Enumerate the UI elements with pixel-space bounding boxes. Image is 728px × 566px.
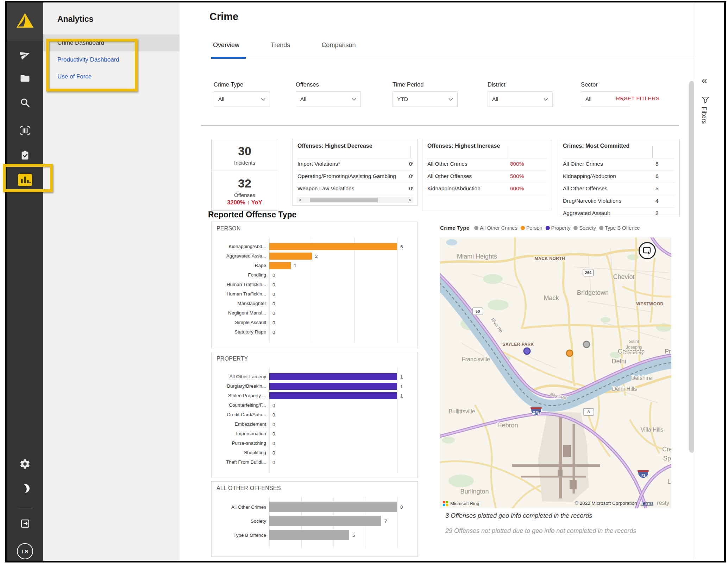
bar[interactable] bbox=[269, 262, 291, 269]
app-logo[interactable] bbox=[7, 2, 43, 41]
category-label: Aggravated Assa... bbox=[216, 253, 269, 259]
tasks-clipboard-icon[interactable] bbox=[7, 150, 43, 161]
legend-dot-icon bbox=[521, 226, 525, 230]
legend-item-person[interactable]: Person bbox=[521, 225, 542, 231]
map-label: Delhi Hills bbox=[612, 386, 637, 392]
search-icon[interactable] bbox=[7, 97, 43, 108]
chevron-down-icon bbox=[261, 98, 265, 101]
scroll-track[interactable] bbox=[304, 198, 406, 202]
bar[interactable] bbox=[269, 392, 397, 399]
chart-row: All Other Crimes8 bbox=[216, 500, 413, 514]
scroll-left-icon[interactable]: < bbox=[297, 198, 304, 203]
dark-mode-moon-icon[interactable] bbox=[7, 483, 43, 494]
bar-value-label: 0 bbox=[272, 431, 275, 436]
card-title: Offenses: Highest Decrease bbox=[293, 139, 418, 149]
sidebar: LS bbox=[7, 2, 43, 561]
settings-gear-icon[interactable] bbox=[7, 458, 43, 470]
row-label: Import Violations* bbox=[297, 160, 409, 168]
row-value: 8 bbox=[655, 160, 674, 168]
table-row: All Other Offenses5 bbox=[563, 183, 674, 195]
horizontal-scrollbar[interactable]: <> bbox=[297, 197, 413, 203]
card-offenses-highest-increase: Offenses: Highest IncreaseAll Other Crim… bbox=[422, 139, 552, 211]
terms-link[interactable]: Terms bbox=[641, 501, 654, 506]
scroll-right-icon[interactable]: > bbox=[406, 198, 413, 203]
chart-row: All Other Larceny1 bbox=[216, 372, 413, 381]
category-label: Negligent Mansl... bbox=[216, 310, 269, 316]
filter-dropdown[interactable]: All bbox=[488, 91, 553, 107]
crime-map[interactable]: Miami HeightsMACK NORTHCheviotBridgetown… bbox=[440, 237, 671, 508]
user-avatar[interactable]: LS bbox=[17, 543, 33, 559]
legend-dot-icon bbox=[474, 226, 478, 230]
tab-overview[interactable]: Overview bbox=[213, 42, 239, 49]
map-interaction-toggle-button[interactable] bbox=[639, 242, 656, 259]
map-canvas: Miami HeightsMACK NORTHCheviotBridgetown… bbox=[440, 237, 671, 508]
kpi-incidents: 30 Incidents bbox=[211, 139, 278, 171]
bar-plot-area: 0 bbox=[269, 327, 397, 337]
filters-rail[interactable]: « Filters bbox=[695, 2, 724, 561]
bar-value-label: 0 bbox=[272, 459, 275, 465]
bing-brand-text: Microsoft Bing bbox=[450, 501, 479, 506]
map-label: Pri bbox=[665, 348, 671, 355]
bar-value-label: 2 bbox=[315, 253, 318, 259]
vertical-scrollbar[interactable] bbox=[689, 81, 694, 453]
tab-comparison[interactable]: Comparison bbox=[321, 42, 356, 49]
section-title: Reported Offense Type bbox=[208, 210, 296, 220]
crime-point-property[interactable] bbox=[524, 348, 530, 354]
chart-row: Shoplifting0 bbox=[216, 448, 413, 457]
legend-item-type-b-offence[interactable]: Type B Offence bbox=[599, 225, 640, 231]
row-label: Operating/Promoting/Assisting Gambling bbox=[297, 173, 409, 180]
table-header-space bbox=[297, 149, 413, 158]
sign-out-icon[interactable] bbox=[7, 518, 43, 529]
column-divider bbox=[507, 146, 507, 158]
crime-point-other[interactable] bbox=[583, 341, 590, 348]
legend-item-all-other-crimes[interactable]: All Other Crimes bbox=[474, 225, 517, 231]
chart-property: PROPERTYAll Other Larceny1Burglary/Break… bbox=[211, 352, 418, 478]
svg-text:50: 50 bbox=[476, 309, 480, 313]
filter-dropdown[interactable]: All bbox=[214, 91, 270, 107]
dropdown-value: All bbox=[218, 96, 224, 102]
reset-filters-button[interactable]: RESET FITLERS bbox=[616, 95, 659, 102]
send-icon[interactable] bbox=[7, 49, 43, 60]
bar-value-label: 0 bbox=[272, 282, 275, 287]
expand-filters-icon[interactable]: « bbox=[702, 75, 707, 86]
bar[interactable] bbox=[269, 502, 397, 512]
category-label: Fondling bbox=[216, 272, 269, 278]
bar[interactable] bbox=[269, 243, 397, 250]
filter-funnel-icon[interactable] bbox=[702, 96, 709, 105]
table-row: All Other Crimes8 bbox=[563, 158, 674, 171]
bar-value-label: 0 bbox=[272, 450, 275, 455]
bar-plot-area: 6 bbox=[269, 242, 397, 251]
chart-row: Theft From Buildi...0 bbox=[216, 457, 413, 467]
tab-trends[interactable]: Trends bbox=[271, 42, 290, 49]
map-label: Bridgetown bbox=[577, 289, 609, 296]
bar[interactable] bbox=[269, 383, 397, 390]
scroll-thumb[interactable] bbox=[310, 198, 377, 202]
row-value: 4 bbox=[655, 197, 674, 205]
filter-offenses: OffensesAll bbox=[296, 81, 361, 107]
filter-dropdown[interactable]: YTD bbox=[393, 91, 458, 107]
chart-all-other-offenses: ALL OTHER OFFENSESAll Other Crimes8Socie… bbox=[211, 481, 418, 557]
bar[interactable] bbox=[269, 253, 312, 260]
legend-item-property[interactable]: Property bbox=[546, 225, 571, 231]
route-shield-264: 264 bbox=[583, 269, 594, 276]
filter-dropdown[interactable]: All bbox=[296, 91, 361, 107]
legend-dot-icon bbox=[546, 226, 550, 230]
sidebar-divider bbox=[17, 508, 33, 508]
legend-item-society[interactable]: Society bbox=[573, 225, 596, 231]
bar[interactable] bbox=[269, 373, 397, 380]
category-label: Society bbox=[216, 519, 269, 524]
bar[interactable] bbox=[269, 516, 381, 526]
category-label: All Other Larceny bbox=[216, 374, 269, 379]
bar[interactable] bbox=[269, 530, 349, 540]
bar-plot-area: 0 bbox=[269, 299, 397, 308]
category-label: Human Traffickin... bbox=[216, 291, 269, 297]
bar-plot-area: 1 bbox=[269, 372, 397, 381]
legend-label: Type B Offence bbox=[605, 225, 640, 231]
svg-text:275: 275 bbox=[533, 410, 539, 414]
barcode-scan-icon[interactable] bbox=[7, 125, 43, 136]
crime-point-person[interactable] bbox=[566, 350, 573, 356]
map-select-mode-icon bbox=[643, 247, 652, 255]
documents-icon[interactable] bbox=[7, 73, 43, 83]
incidents-value: 30 bbox=[212, 144, 278, 158]
row-value: 2 bbox=[655, 210, 674, 216]
